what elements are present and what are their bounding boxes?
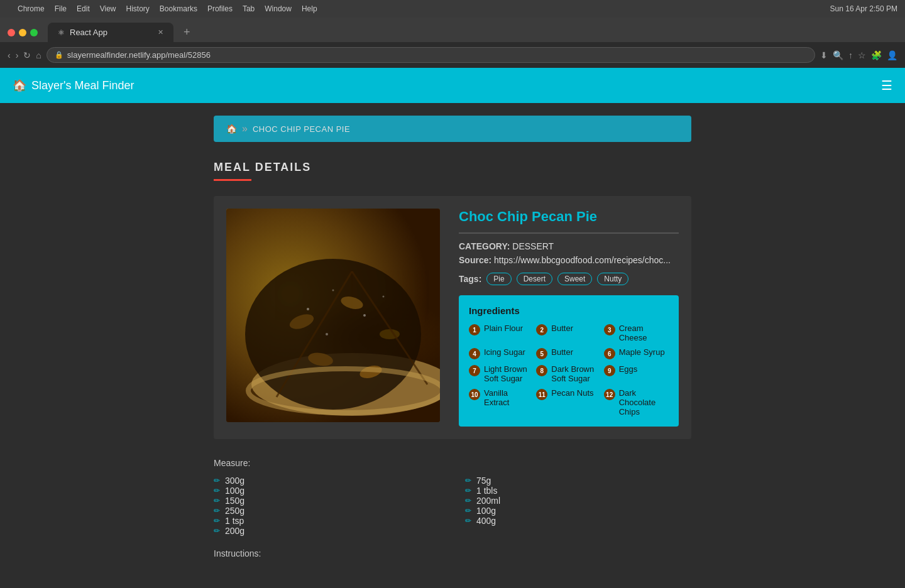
ingredient-9: 9 Eggs (604, 364, 669, 383)
ingredient-1: 1 Plain Flour (469, 324, 534, 342)
menu-tab[interactable]: Tab (243, 4, 255, 13)
browser-chrome: ⚛ React App ✕ + (0, 18, 905, 42)
tab-bar: ⚛ React App ✕ + (8, 23, 897, 42)
os-menu-bar: Chrome File Edit View History Bookmarks … (0, 0, 905, 18)
ingredient-num-1: 1 (469, 324, 480, 335)
measure-icon-4: ✏ (214, 506, 220, 515)
lock-icon: 🔒 (55, 51, 63, 59)
ingredient-name-12: Dark Chocolate Chips (619, 388, 669, 416)
measure-section: Measure: ✏ 300g ✏ 100g ✏ 150g (214, 458, 691, 536)
share-icon[interactable]: ↑ (848, 50, 853, 60)
ingredient-num-3: 3 (604, 324, 615, 335)
ingredient-4: 4 Icing Sugar (469, 347, 534, 359)
ingredient-num-6: 6 (604, 348, 615, 359)
measure-item-1: ✏ 300g (214, 476, 440, 486)
tags-label: Tags: (459, 274, 481, 284)
measure-icon-10: ✏ (465, 506, 471, 515)
section-underline (214, 179, 251, 181)
ingredient-num-11: 11 (536, 389, 547, 400)
address-bar: ‹ › ↻ ⌂ 🔒 slayermealfinder.netlify.app/m… (0, 42, 905, 68)
svg-point-13 (383, 296, 385, 298)
ingredient-2: 2 Butter (536, 324, 601, 342)
ingredients-grid: 1 Plain Flour 2 Butter 3 Cream Cheese (469, 324, 669, 416)
ingredient-num-5: 5 (536, 348, 547, 359)
os-datetime: Sun 16 Apr 2:50 PM (830, 4, 897, 13)
ingredient-11: 11 Pecan Nuts (536, 388, 601, 416)
menu-chrome[interactable]: Chrome (18, 4, 45, 13)
measure-item-9: ✏ 200ml (465, 496, 691, 506)
ingredient-name-8: Dark Brown Soft Sugar (551, 364, 601, 383)
ingredient-5: 5 Butter (536, 347, 601, 359)
active-tab[interactable]: ⚛ React App ✕ (48, 23, 173, 42)
ingredient-name-2: Butter (551, 324, 573, 333)
main-content: MEAL DETAILS (201, 148, 704, 571)
ingredient-7: 7 Light Brown Soft Sugar (469, 364, 534, 383)
tag-pie[interactable]: Pie (486, 273, 511, 285)
svg-point-11 (332, 290, 334, 291)
menu-help[interactable]: Help (302, 4, 317, 13)
profile-icon[interactable]: 👤 (887, 50, 897, 60)
measure-label: Measure: (214, 458, 691, 468)
tag-nutty[interactable]: Nutty (597, 273, 628, 285)
measure-value-3: 150g (225, 496, 244, 506)
back-button[interactable]: ‹ (8, 50, 11, 60)
tab-title: React App (70, 28, 107, 37)
ingredient-name-1: Plain Flour (484, 324, 523, 333)
bookmark-icon[interactable]: ☆ (858, 50, 866, 60)
traffic-light-green[interactable] (30, 29, 38, 36)
ingredients-box: Ingredients 1 Plain Flour 2 Butter 3 Cre (459, 295, 679, 427)
download-icon[interactable]: ⬇ (820, 50, 828, 60)
measure-item-7: ✏ 75g (465, 476, 691, 486)
breadcrumb-home-icon[interactable]: 🏠 (226, 124, 237, 134)
ingredient-3: 3 Cream Cheese (604, 324, 669, 342)
traffic-light-yellow[interactable] (19, 29, 26, 36)
measure-value-10: 100g (476, 506, 496, 516)
menu-edit[interactable]: Edit (77, 4, 90, 13)
menu-history[interactable]: History (126, 4, 150, 13)
menu-window[interactable]: Window (265, 4, 292, 13)
menu-bookmarks[interactable]: Bookmarks (160, 4, 197, 13)
tag-sweet[interactable]: Sweet (557, 273, 592, 285)
ingredient-12: 12 Dark Chocolate Chips (604, 388, 669, 416)
menu-profiles[interactable]: Profiles (207, 4, 233, 13)
ingredient-name-11: Pecan Nuts (551, 388, 593, 398)
measure-item-3: ✏ 150g (214, 496, 440, 506)
measure-value-11: 400g (476, 516, 496, 526)
measure-icon-9: ✏ (465, 496, 471, 505)
svg-point-14 (326, 333, 328, 335)
tab-close-button[interactable]: ✕ (158, 28, 163, 36)
instructions-section: Instructions: (214, 548, 691, 558)
breadcrumb: 🏠 » CHOC CHIP PECAN PIE (214, 116, 691, 142)
menu-view[interactable]: View (100, 4, 116, 13)
ingredient-10: 10 Vanilla Extract (469, 388, 534, 416)
measure-icon-1: ✏ (214, 476, 220, 485)
measure-icon-6: ✏ (214, 526, 220, 535)
traffic-light-red[interactable] (8, 29, 15, 36)
measure-value-2: 100g (225, 486, 244, 496)
address-field[interactable]: 🔒 slayermealfinder.netlify.app/meal/5285… (47, 47, 815, 63)
home-button[interactable]: ⌂ (36, 50, 41, 60)
hamburger-menu-button[interactable]: ☰ (881, 78, 892, 93)
menu-file[interactable]: File (55, 4, 67, 13)
ingredient-num-2: 2 (536, 324, 547, 335)
category-row: CATEGORY: DESSERT (459, 241, 679, 251)
measure-icon-8: ✏ (465, 486, 471, 495)
measures-grid: ✏ 300g ✏ 100g ✏ 150g ✏ 250g (214, 476, 691, 536)
reload-button[interactable]: ↻ (23, 50, 31, 60)
measures-right-col: ✏ 75g ✏ 1 tbls ✏ 200ml ✏ 100g (465, 476, 691, 536)
section-title: MEAL DETAILS (214, 161, 691, 174)
browser-action-icons: ⬇ 🔍 ↑ ☆ 🧩 👤 (820, 50, 897, 60)
tag-desert[interactable]: Desert (517, 273, 552, 285)
measure-value-7: 75g (476, 476, 491, 486)
ingredient-6: 6 Maple Syrup (604, 347, 669, 359)
measure-value-4: 250g (225, 506, 244, 516)
meal-meta: CATEGORY: DESSERT Source: https://www.bb… (459, 241, 679, 265)
extension-icon[interactable]: 🧩 (871, 50, 882, 60)
new-tab-button[interactable]: + (178, 23, 195, 41)
zoom-icon[interactable]: 🔍 (833, 50, 843, 60)
ingredient-num-8: 8 (536, 365, 547, 376)
measure-value-8: 1 tbls (476, 486, 497, 496)
ingredient-num-4: 4 (469, 348, 480, 359)
forward-button[interactable]: › (16, 50, 19, 60)
measure-icon-7: ✏ (465, 476, 471, 485)
